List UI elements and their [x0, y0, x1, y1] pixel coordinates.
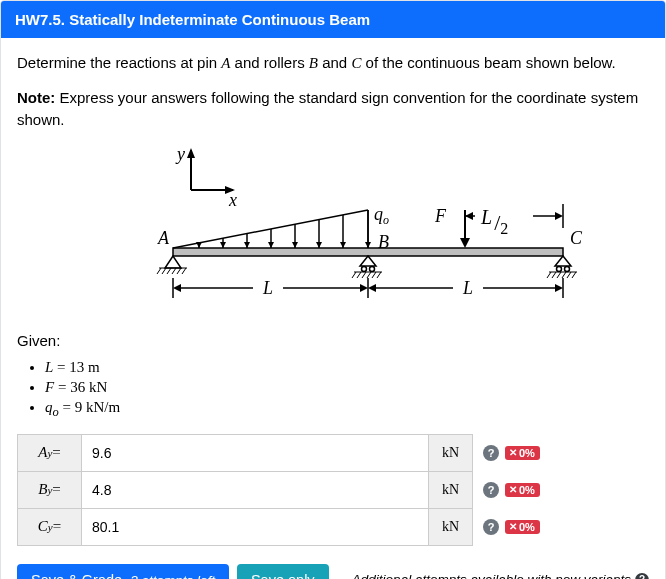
svg-line-55 [562, 272, 566, 278]
svg-marker-28 [555, 212, 563, 220]
save-only-button[interactable]: Save only [237, 564, 329, 580]
answer-label: Ay = [17, 434, 81, 472]
svg-marker-12 [244, 242, 250, 248]
svg-marker-10 [220, 242, 226, 248]
svg-marker-8 [196, 242, 202, 248]
axis-y-label: y [175, 148, 185, 164]
span-L1-label: L [262, 278, 273, 298]
answer-unit: kN [429, 434, 473, 472]
svg-line-32 [157, 268, 161, 274]
card-title: HW7.5. Statically Indeterminate Continuo… [15, 11, 370, 28]
score-badge: ✕0% [505, 520, 540, 534]
svg-marker-68 [555, 284, 563, 292]
svg-marker-18 [316, 242, 322, 248]
svg-line-43 [357, 272, 361, 278]
info-icon[interactable]: ? [635, 573, 649, 580]
svg-line-57 [572, 272, 576, 278]
given-item: L = 13 m [45, 359, 649, 376]
extra-attempts-note: Additional attempts available with new v… [352, 572, 649, 579]
svg-line-42 [352, 272, 356, 278]
svg-line-44 [362, 272, 366, 278]
x-icon: ✕ [509, 484, 517, 495]
answer-row-By: By = kN ? ✕0% [17, 471, 649, 509]
axis-x-label: x [228, 190, 237, 210]
help-icon[interactable]: ? [483, 482, 499, 498]
support-C-label: C [570, 228, 583, 248]
svg-marker-24 [460, 238, 470, 248]
svg-point-49 [557, 266, 562, 271]
answer-rows: Ay = kN ? ✕0% By = kN ? ✕0% Cy = [17, 434, 649, 546]
given-list: L = 13 m F = 36 kN qo = 9 kN/m [17, 359, 649, 420]
svg-line-37 [182, 268, 186, 274]
card-body: Determine the reactions at pin A and rol… [1, 38, 665, 579]
svg-point-50 [565, 266, 570, 271]
svg-marker-30 [165, 256, 181, 268]
svg-line-53 [552, 272, 556, 278]
svg-marker-48 [555, 256, 571, 266]
svg-marker-62 [173, 284, 181, 292]
svg-line-56 [567, 272, 571, 278]
support-B-label: B [378, 232, 389, 252]
prompt-text: Determine the reactions at pin A and rol… [17, 52, 649, 75]
figure: y x [17, 148, 649, 316]
svg-marker-16 [292, 242, 298, 248]
answer-input-By[interactable] [81, 471, 429, 509]
svg-point-39 [362, 266, 367, 271]
note-text: Note: Express your answers following the… [17, 87, 649, 132]
svg-line-54 [557, 272, 561, 278]
answer-input-Cy[interactable] [81, 508, 429, 546]
svg-marker-14 [268, 242, 274, 248]
svg-marker-64 [360, 284, 368, 292]
span-L2-label: L [462, 278, 473, 298]
svg-marker-38 [360, 256, 376, 266]
answer-unit: kN [429, 508, 473, 546]
svg-marker-66 [368, 284, 376, 292]
half-L-label: L/2 [480, 206, 508, 237]
svg-marker-26 [465, 212, 473, 220]
score-badge: ✕0% [505, 446, 540, 460]
support-A-label: A [157, 228, 170, 248]
score-badge: ✕0% [505, 483, 540, 497]
answer-unit: kN [429, 471, 473, 509]
x-icon: ✕ [509, 447, 517, 458]
help-icon[interactable]: ? [483, 445, 499, 461]
x-icon: ✕ [509, 521, 517, 532]
answer-label: By = [17, 471, 81, 509]
save-grade-button[interactable]: Save & Grade 3 attempts left [17, 564, 229, 580]
answer-input-Ay[interactable] [81, 434, 429, 472]
svg-line-52 [547, 272, 551, 278]
F-label: F [434, 206, 447, 226]
given-item: F = 36 kN [45, 379, 649, 396]
q0-label: qo [374, 204, 389, 227]
svg-line-47 [377, 272, 381, 278]
svg-line-45 [367, 272, 371, 278]
beam-diagram: y x [83, 148, 583, 313]
answer-row-Cy: Cy = kN ? ✕0% [17, 508, 649, 546]
svg-line-33 [162, 268, 166, 274]
card-header: HW7.5. Statically Indeterminate Continuo… [1, 1, 665, 38]
svg-marker-22 [365, 242, 371, 248]
svg-marker-1 [187, 148, 195, 158]
svg-line-36 [177, 268, 181, 274]
given-heading: Given: [17, 332, 649, 349]
button-bar: Save & Grade 3 attempts left Save only A… [17, 564, 649, 580]
answer-label: Cy = [17, 508, 81, 546]
svg-point-40 [370, 266, 375, 271]
svg-line-34 [167, 268, 171, 274]
help-icon[interactable]: ? [483, 519, 499, 535]
answer-row-Ay: Ay = kN ? ✕0% [17, 434, 649, 472]
problem-card: HW7.5. Statically Indeterminate Continuo… [0, 0, 666, 579]
svg-line-46 [372, 272, 376, 278]
svg-line-35 [172, 268, 176, 274]
svg-marker-20 [340, 242, 346, 248]
given-item: qo = 9 kN/m [45, 399, 649, 420]
